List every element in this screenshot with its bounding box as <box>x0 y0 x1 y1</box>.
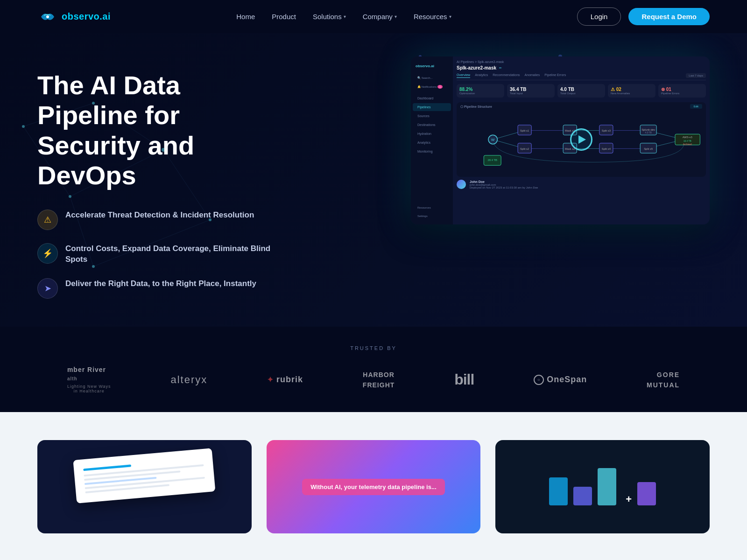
dashboard-breadcrumb: AI Pipelines > Splk-azure2-mask <box>457 60 706 63</box>
sidebar-search[interactable]: 🔍 Search... <box>413 74 451 82</box>
card-document[interactable] <box>37 440 252 533</box>
svg-text:Split s4: Split s4 <box>602 147 611 150</box>
chart-bar-1 <box>549 477 568 505</box>
hero-feature-3: ➤ Deliver the Right Data, to the Right P… <box>37 278 280 299</box>
nav-item-home[interactable]: Home <box>236 13 255 21</box>
hero-section: The AI Data Pipeline for Security and De… <box>0 33 747 327</box>
edit-icon[interactable]: ✏ <box>499 66 502 70</box>
alert-icon: ⚠ <box>37 210 58 230</box>
dashboard-main: AI Pipelines > Splk-azure2-mask Splk-azu… <box>453 56 710 224</box>
hero-feature-1: ⚠ Accelerate Threat Detection & Incident… <box>37 210 280 230</box>
feature-text-3: Deliver the Right Data, to the Right Pla… <box>65 278 256 289</box>
user-avatar <box>457 180 466 189</box>
svg-text:Split s2: Split s2 <box>520 147 529 150</box>
nav-actions: Login Request a Demo <box>577 7 710 26</box>
logo-harbor-freight: HARBOR FREIGHT <box>363 371 395 389</box>
card-video[interactable]: Without AI, your telemetry data pipeline… <box>267 440 481 533</box>
hero-content: The AI Data Pipeline for Security and De… <box>37 52 280 299</box>
svg-text:Archived: Archived <box>683 143 692 146</box>
sidebar-pipelines[interactable]: Pipelines <box>413 103 451 111</box>
chevron-down-icon: ▾ <box>344 14 346 19</box>
doc-title-line <box>83 465 131 471</box>
stat-total-output: 4.0 TB Total Output <box>557 84 605 98</box>
logo-text: observo.ai <box>62 11 111 22</box>
hero-dashboard: observo.ai 🔍 Search... 🔔 Notifications 1… <box>280 52 710 224</box>
request-demo-button[interactable]: Request a Demo <box>628 8 710 25</box>
nav-item-resources[interactable]: Resources ▾ <box>414 13 451 21</box>
stat-total-input: 36.4 TB Total Input <box>507 84 555 98</box>
card-video-text: Without AI, your telemetry data pipeline… <box>302 479 445 495</box>
dashboard-footer: John Doe john.doe@gmail.com Deployed on … <box>457 177 706 189</box>
sidebar-dashboard[interactable]: Dashboard <box>413 94 451 102</box>
svg-text:W: W <box>491 138 495 142</box>
nav-item-product[interactable]: Product <box>272 13 296 21</box>
sidebar-analytics[interactable]: Analytics <box>413 139 451 147</box>
pipeline-structure: ⬡ Pipeline Structure Edit <box>457 102 706 177</box>
feature-text-2: Control Costs, Expand Data Coverage, Eli… <box>65 243 280 266</box>
card-visual[interactable]: + <box>495 440 710 533</box>
trusted-by-section: TRUSTED BY mber River alth Lighting New … <box>0 327 747 412</box>
hero-feature-2: ⚡ Control Costs, Expand Data Coverage, E… <box>37 243 280 266</box>
play-icon <box>578 135 586 144</box>
sidebar-hydration[interactable]: Hydration <box>413 130 451 138</box>
tab-recommendations[interactable]: Recommendations <box>493 73 520 78</box>
bolt-icon: ⚡ <box>37 243 58 264</box>
dashboard-preview[interactable]: observo.ai 🔍 Search... 🔔 Notifications 1… <box>411 56 710 224</box>
svg-text:4.0 TB: 4.0 TB <box>645 132 652 134</box>
svg-text:Split s1: Split s1 <box>520 129 529 132</box>
login-button[interactable]: Login <box>577 7 621 26</box>
nav-item-company[interactable]: Company ▾ <box>363 13 397 21</box>
sidebar-settings[interactable]: Settings <box>413 212 451 220</box>
chevron-down-icon: ▾ <box>395 14 397 19</box>
feature-text-1: Accelerate Threat Detection & Incident R… <box>65 210 254 221</box>
svg-text:Split s5: Split s5 <box>644 147 653 150</box>
stat-pipeline-errors: ⊗ 01 Pipeline Errors <box>658 84 706 98</box>
navbar: observo.ai Home Product Solutions ▾ Comp… <box>0 0 747 33</box>
nav-links: Home Product Solutions ▾ Company ▾ Resou… <box>236 13 451 21</box>
trusted-label: TRUSTED BY <box>37 345 710 351</box>
sidebar-destinations[interactable]: Destinations <box>413 121 451 129</box>
svg-text:28.4 TB: 28.4 TB <box>488 159 497 161</box>
sidebar-monitoring[interactable]: Monitoring <box>413 147 451 155</box>
arrow-icon: ➤ <box>37 278 58 299</box>
chart-bar-4 <box>637 482 656 505</box>
sidebar-notifications[interactable]: 🔔 Notifications 1 <box>413 83 451 91</box>
logo-alteryx: alteryx <box>170 374 207 386</box>
chevron-down-icon: ▾ <box>449 14 451 19</box>
cards-section: Without AI, your telemetry data pipeline… <box>0 412 747 560</box>
dashboard-tabs: Overview Analytics Recommendations Anoma… <box>457 73 706 80</box>
svg-text:Split s3: Split s3 <box>602 129 611 132</box>
visual-plus: + <box>626 493 632 505</box>
play-button[interactable] <box>570 128 592 151</box>
svg-text:Splunk-dev: Splunk-dev <box>641 128 655 131</box>
trusted-logos: mber River alth Lighting New Waysin Heal… <box>37 366 710 393</box>
svg-text:AWS-v3: AWS-v3 <box>683 136 692 139</box>
stat-new-anomalies: ⚠ 02 New Anomalies <box>608 84 655 98</box>
doc-line-5 <box>85 484 169 494</box>
logo-icon <box>37 10 58 24</box>
svg-point-8 <box>22 125 25 128</box>
tab-analytics[interactable]: Analytics <box>475 73 488 78</box>
tab-overview[interactable]: Overview <box>457 73 470 78</box>
dashboard-logo: observo.ai <box>411 61 453 73</box>
nav-item-solutions[interactable]: Solutions ▾ <box>313 13 346 21</box>
stat-optimization: 88.2% Optimization <box>457 84 504 98</box>
sidebar-resources[interactable]: Resources <box>413 204 451 211</box>
sidebar-sources[interactable]: Sources <box>413 112 451 120</box>
svg-text:Mask s2: Mask s2 <box>565 147 575 150</box>
chart-bar-3 <box>598 468 616 505</box>
logo-rubrik: ✦ rubrik <box>267 375 303 385</box>
logo-gore-mutual: GORE MUTUAL <box>647 371 680 389</box>
deploy-info: Deployed on Nov 27 2023 at 11:03:30 am b… <box>470 186 538 189</box>
logo[interactable]: observo.ai <box>37 10 111 24</box>
tab-anomalies[interactable]: Anomalies <box>525 73 540 78</box>
user-name: John Doe <box>470 180 538 183</box>
card-visual-content: + <box>549 468 656 505</box>
dashboard-stats: 88.2% Optimization 36.4 TB Total Input 4… <box>457 84 706 98</box>
hero-title: The AI Data Pipeline for Security and De… <box>37 70 280 191</box>
logo-bill: bill <box>454 371 474 388</box>
dashboard-title: Splk-azure2-mask <box>457 65 496 70</box>
date-filter[interactable]: Last 7 days <box>686 73 706 78</box>
tab-pipeline-errors[interactable]: Pipeline Errors <box>544 73 566 78</box>
chart-bar-2 <box>573 487 592 505</box>
